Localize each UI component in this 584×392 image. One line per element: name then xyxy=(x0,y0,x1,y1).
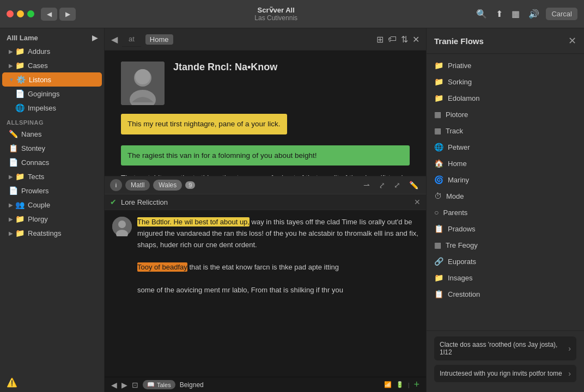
sidebar-item-impelses[interactable]: ▶ 🌐 Impelses xyxy=(2,101,102,115)
content-area: ◀ at Home ⊞ 🏷 ⇅ ✕ xyxy=(105,28,426,392)
flow-item-mariny[interactable]: 🌀 Mariny xyxy=(427,171,584,188)
forward-nav-button[interactable]: ▶ xyxy=(59,8,76,21)
export-button[interactable]: ⬆ xyxy=(494,7,505,21)
right-panel-close-button[interactable]: ✕ xyxy=(568,35,576,47)
tab-matll[interactable]: Matll xyxy=(125,180,150,191)
doc-back-button[interactable]: ◀ xyxy=(111,34,118,45)
doc-highlight-paragraph1: This my reut tirst nightagre, pane of a … xyxy=(121,114,287,134)
sidebar-item-listons[interactable]: ▼ ⚙️ Listons xyxy=(2,72,102,87)
close-doc-button[interactable]: ✕ xyxy=(412,34,419,45)
tales-label: Tales xyxy=(157,382,171,388)
footer-card-2[interactable]: Intructesed with you rign invits potfor … xyxy=(434,365,576,382)
pen-icon: ✏️ xyxy=(9,130,18,138)
flow-item-label: Home xyxy=(448,160,467,168)
flow-item-label: Tre Feogy xyxy=(446,241,478,249)
footer-card-1[interactable]: Clacte dos aass 'roothed (ons Jay josta)… xyxy=(434,336,576,360)
close-traffic-light[interactable] xyxy=(7,10,14,17)
flow-item-sorking[interactable]: 📁 Sorking xyxy=(427,74,584,90)
flow-item-euporats[interactable]: 🔗 Euporats xyxy=(427,253,584,270)
nav-back-button[interactable]: ◀ xyxy=(111,381,117,389)
flow-item-tre-feogy[interactable]: ▦ Tre Feogy xyxy=(427,237,584,253)
footer-card-2-chevron-icon: › xyxy=(568,369,571,378)
flow-item-label: Crestotion xyxy=(448,290,480,298)
add-icon[interactable]: + xyxy=(413,379,419,390)
sidebar-item-plorgy[interactable]: ▶ 📁 Plorgy xyxy=(2,212,102,226)
list-icon: 📋 xyxy=(434,290,443,298)
sidebar-item-cases[interactable]: ▶ 📁 Cases xyxy=(2,58,102,72)
split-button[interactable]: ⇅ xyxy=(401,34,408,45)
flow-item-label: Track xyxy=(446,127,463,135)
sidebar-item-tects[interactable]: ▶ 📁 Tects xyxy=(2,169,102,183)
sidebar-item-prowlers[interactable]: 📄 Prowlers xyxy=(2,183,102,198)
tales-icon: 📖 xyxy=(147,381,155,388)
link-icon: 🔗 xyxy=(434,257,443,266)
flow-item-label: Insages xyxy=(448,274,473,282)
sidebar-item-nanes[interactable]: ✏️ Nanes xyxy=(2,127,102,141)
avatar xyxy=(112,217,132,236)
flow-item-crestotion[interactable]: 📋 Crestotion xyxy=(427,286,584,302)
breadcrumb-at: at xyxy=(122,32,141,47)
nav-home-button[interactable]: ⊡ xyxy=(132,381,138,389)
nav-forward-button[interactable]: ▶ xyxy=(121,381,127,389)
bookmark-button[interactable]: 🏷 xyxy=(388,34,397,44)
minimize-traffic-light[interactable] xyxy=(17,10,24,17)
edit-button[interactable]: ✏️ xyxy=(407,179,421,192)
sidebar-subgroup-label: Allspinag xyxy=(0,115,104,127)
home-icon: 🏠 xyxy=(434,159,443,168)
sidebar-item-label: Tects xyxy=(28,173,44,181)
paragraph2: that is the etat know farcn is thke pad … xyxy=(189,263,339,271)
flow-item-edolamon[interactable]: 📁 Edolamon xyxy=(427,90,584,106)
flow-item-home[interactable]: 🏠 Home xyxy=(427,155,584,171)
flow-item-mode[interactable]: ⏱ Mode xyxy=(427,188,584,204)
alert-icon[interactable]: ⚠️ xyxy=(7,378,17,387)
profile-image-placeholder xyxy=(121,62,165,105)
sub-title: Las Cutivennis xyxy=(78,14,474,22)
share-button[interactable]: ⇀ xyxy=(361,179,372,192)
info-button[interactable]: i xyxy=(110,179,122,191)
flow-item-insages[interactable]: 📁 Insages xyxy=(427,270,584,286)
cancel-button[interactable]: Carcal xyxy=(546,8,577,20)
battery-icon: 🔋 xyxy=(396,381,404,388)
search-button[interactable]: 🔍 xyxy=(474,7,489,21)
sidebar-item-goginings[interactable]: ▶ 📄 Goginings xyxy=(2,87,102,101)
flow-item-track[interactable]: ▦ Track xyxy=(427,122,584,139)
footer-card-1-text: Clacte dos aass 'roothed (ons Jay josta)… xyxy=(440,341,568,356)
folder-icon: 📁 xyxy=(15,61,25,70)
export2-button[interactable]: ⤤ xyxy=(376,179,387,192)
columns-button[interactable]: ▦ xyxy=(509,7,522,21)
back-nav-button[interactable]: ◀ xyxy=(41,8,57,21)
maximize-traffic-light[interactable] xyxy=(27,10,34,17)
breadcrumb-home[interactable]: Home xyxy=(145,34,173,45)
clock-icon: ⏱ xyxy=(434,192,442,200)
beigned-label: Beigned xyxy=(180,381,204,389)
sidebar-item-addurs[interactable]: ▶ 📁 Addurs xyxy=(2,44,102,58)
sidebar-item-stontey[interactable]: 📋 Stontey xyxy=(2,141,102,155)
flow-item-label: Pradows xyxy=(448,225,476,233)
view-options-button[interactable]: ⊞ xyxy=(376,34,384,45)
flow-item-pradows[interactable]: 📋 Pradows xyxy=(427,220,584,237)
flow-item-parents[interactable]: ○ Parents xyxy=(427,204,584,220)
sidebar-item-connacs[interactable]: 📄 Connacs xyxy=(2,155,102,169)
flow-item-petwer[interactable]: 🌐 Petwer xyxy=(427,139,584,155)
status-bar: ◀ ▶ ⊡ 📖 Tales Beigned 📶 🔋 | + xyxy=(105,377,426,392)
expand-button[interactable]: ⤢ xyxy=(392,179,403,192)
tab-wales[interactable]: Wales xyxy=(153,180,182,191)
note-close-button[interactable]: ✕ xyxy=(414,198,421,206)
doc-icon: 📄 xyxy=(9,158,18,167)
sidebar-item-label: Goginings xyxy=(28,90,60,98)
flow-item-piotore[interactable]: ▦ Piotore xyxy=(427,106,584,122)
doc-body-upper: Jtande Rncl: Na•Know This my reut tirst … xyxy=(105,51,426,176)
doc-title: Jtande Rncl: Na•Know xyxy=(173,62,277,73)
speaker-button[interactable]: 🔊 xyxy=(526,7,542,21)
sidebar-item-label: Prowlers xyxy=(21,187,49,195)
folder-icon: 📁 xyxy=(15,229,25,237)
flow-list: 📁 Priative 📁 Sorking 📁 Edolamon ▦ Piotor… xyxy=(427,54,584,330)
sidebar-collapse-icon[interactable]: ▶ xyxy=(92,34,98,42)
svg-point-5 xyxy=(118,220,126,228)
sidebar-item-label: Listons xyxy=(29,76,51,84)
tales-status[interactable]: 📖 Tales xyxy=(143,380,175,389)
status-left: ◀ ▶ ⊡ 📖 Tales Beigned xyxy=(111,380,380,389)
sidebar-item-couple[interactable]: ▶ 👥 Couple xyxy=(2,198,102,212)
flow-item-priative[interactable]: 📁 Priative xyxy=(427,57,584,74)
sidebar-item-reatstings[interactable]: ▶ 📁 Reatstings xyxy=(2,226,102,240)
